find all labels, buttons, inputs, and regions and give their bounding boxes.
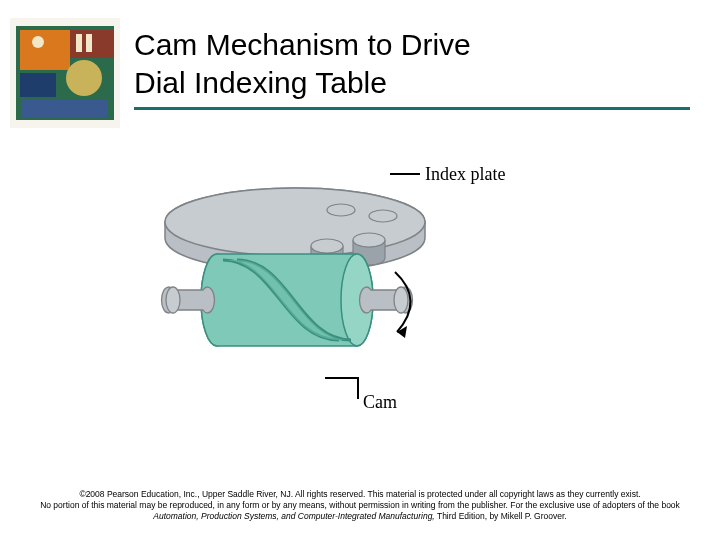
svg-point-13	[353, 233, 385, 247]
svg-rect-8	[76, 34, 82, 52]
svg-marker-21	[397, 326, 407, 338]
svg-point-14	[311, 239, 343, 253]
diagram-svg	[125, 160, 595, 420]
svg-rect-9	[86, 34, 92, 52]
svg-point-15	[369, 210, 397, 222]
leader-line-cam-v	[357, 377, 359, 399]
title-underline	[134, 107, 690, 110]
logo	[10, 18, 120, 128]
svg-rect-4	[20, 73, 56, 97]
footer-line-2-suffix: Third Edition, by Mikell P. Groover.	[437, 511, 567, 521]
slide-title: Cam Mechanism to Drive Dial Indexing Tab…	[134, 26, 690, 101]
footer-line-2: No portion of this material may be repro…	[40, 500, 680, 522]
footer-line-2-prefix: No portion of this material may be repro…	[40, 500, 680, 510]
label-index-plate: Index plate	[425, 164, 505, 185]
copyright-footer: ©2008 Pearson Education, Inc., Upper Sad…	[0, 489, 720, 522]
svg-point-5	[66, 60, 102, 96]
svg-point-20	[394, 287, 408, 313]
svg-rect-2	[20, 30, 70, 70]
label-cam: Cam	[363, 392, 397, 413]
footer-book-title: Automation, Production Systems, and Comp…	[153, 511, 434, 521]
title-line-1: Cam Mechanism to Drive	[134, 28, 471, 61]
slide-header: Cam Mechanism to Drive Dial Indexing Tab…	[0, 0, 720, 128]
title-line-2: Dial Indexing Table	[134, 66, 387, 99]
leader-line-cam-h	[325, 377, 359, 379]
svg-point-7	[32, 36, 44, 48]
svg-rect-6	[22, 100, 108, 118]
cam-diagram: Index plate Cam	[125, 160, 595, 420]
footer-line-1: ©2008 Pearson Education, Inc., Upper Sad…	[40, 489, 680, 500]
svg-point-19	[166, 287, 180, 313]
leader-line-index-plate	[390, 173, 420, 175]
svg-point-16	[327, 204, 355, 216]
title-block: Cam Mechanism to Drive Dial Indexing Tab…	[134, 18, 720, 110]
